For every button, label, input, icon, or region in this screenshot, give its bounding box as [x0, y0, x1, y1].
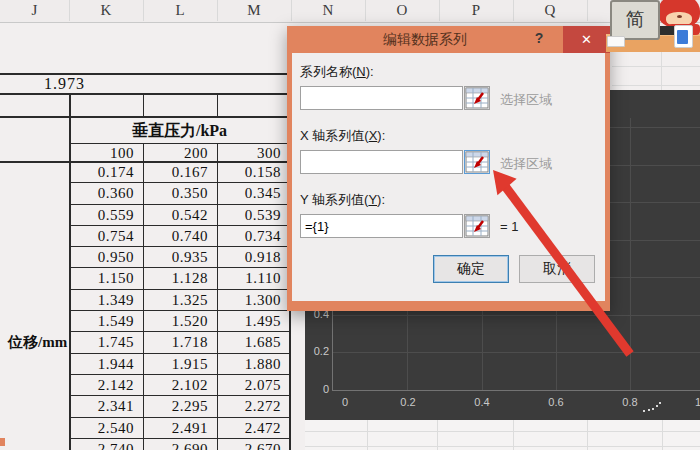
column-separator: [439, 0, 440, 21]
x-values-input[interactable]: [300, 150, 463, 174]
help-button[interactable]: ?: [530, 30, 548, 46]
series-name-range-selector-icon[interactable]: [464, 86, 490, 110]
x-axis-tick-label: 0.4: [474, 396, 489, 408]
y-values-input[interactable]: [300, 214, 463, 238]
table-row: 2.3412.2952.272: [69, 396, 290, 417]
table-cell[interactable]: 1.915: [143, 354, 217, 374]
y-values-label: Y 轴系列值(Y):: [300, 191, 385, 209]
table-cell[interactable]: 0.345: [217, 183, 290, 203]
table-cell[interactable]: 1.718: [143, 332, 217, 352]
x-axis-tick-label: 0.2: [400, 396, 415, 408]
table-border: [143, 93, 144, 116]
cartoon-monitor: 简: [610, 0, 660, 40]
ok-button[interactable]: 确定: [433, 255, 509, 283]
column-header-Q[interactable]: Q: [545, 2, 556, 19]
x-axis-tick-label: 0: [342, 396, 348, 408]
table-cell[interactable]: 0.158: [217, 162, 290, 182]
table-cell[interactable]: 1.880: [217, 354, 290, 374]
column-header-L[interactable]: L: [175, 2, 184, 19]
sheet-gridline: [661, 48, 662, 90]
table-cell[interactable]: 2.670: [217, 439, 290, 450]
column-separator: [291, 0, 292, 21]
table-cell[interactable]: 1.110: [217, 268, 290, 288]
table-row: 0.3600.3500.345: [69, 183, 290, 204]
table-cell[interactable]: 1.325: [143, 290, 217, 310]
column-header-M[interactable]: M: [247, 2, 260, 19]
table-cell[interactable]: 0.740: [143, 226, 217, 246]
table-cell[interactable]: 0.350: [143, 183, 217, 203]
table-row-label[interactable]: 位移/mm: [8, 333, 67, 352]
table-cell[interactable]: 0.167: [143, 162, 217, 182]
column-separator: [217, 0, 218, 21]
table-cell[interactable]: 1.128: [143, 268, 217, 288]
table-cell[interactable]: 2.295: [143, 396, 217, 416]
column-header-N[interactable]: N: [323, 2, 334, 19]
edit-data-series-dialog: 编辑数据系列 ? ✕ 系列名称(N): 选择区域 X 轴系列值(X): 选择区域…: [287, 26, 610, 311]
x-axis-tick-label: 1: [695, 396, 700, 408]
pressure-cell[interactable]: 200: [143, 144, 217, 162]
x-axis-tick-label: 0.8: [622, 396, 637, 408]
column-separator: [143, 0, 144, 21]
cell-value-1973[interactable]: 1.973: [44, 75, 85, 93]
table-row: 2.7402.6902.670: [69, 439, 290, 450]
table-cell[interactable]: 1.495: [217, 311, 290, 331]
column-separator: [365, 0, 366, 21]
column-header-P[interactable]: P: [472, 2, 480, 19]
x-values-label: X 轴系列值(X):: [300, 127, 385, 145]
cancel-button[interactable]: 取消: [519, 255, 595, 283]
table-cell[interactable]: 2.272: [217, 396, 290, 416]
table-cell[interactable]: 0.754: [69, 226, 143, 246]
table-cell[interactable]: 1.745: [69, 332, 143, 352]
column-header-row: JKLMNOPQ: [0, 0, 700, 23]
cartoon-character-mouth: [677, 15, 682, 18]
table-cell[interactable]: 2.740: [69, 439, 143, 450]
table-cell[interactable]: 2.075: [217, 375, 290, 395]
column-header-O[interactable]: O: [397, 2, 408, 19]
table-cell[interactable]: 1.300: [217, 290, 290, 310]
table-cell[interactable]: 2.341: [69, 396, 143, 416]
table-cell[interactable]: 0.559: [69, 205, 143, 225]
table-cell[interactable]: 0.935: [143, 247, 217, 267]
table-cell[interactable]: 1.685: [217, 332, 290, 352]
column-separator: [69, 0, 70, 21]
table-merged-header[interactable]: 垂直压力/kPa: [69, 121, 290, 142]
table-cell[interactable]: 2.102: [143, 375, 217, 395]
chart-x-axis-line: [332, 390, 700, 391]
sheet-strip-below-chart: [305, 420, 700, 450]
series-name-input[interactable]: [300, 86, 463, 110]
table-cell[interactable]: 2.491: [143, 418, 217, 438]
table-cell[interactable]: 0.360: [69, 183, 143, 203]
table-cell[interactable]: 1.349: [69, 290, 143, 310]
table-cell[interactable]: 0.542: [143, 205, 217, 225]
select-range-hint: 选择区域: [500, 155, 552, 173]
table-cell[interactable]: 2.142: [69, 375, 143, 395]
table-cell[interactable]: 1.520: [143, 311, 217, 331]
table-border: [0, 93, 290, 95]
column-header-J[interactable]: J: [32, 2, 38, 19]
table-cell[interactable]: 2.690: [143, 439, 217, 450]
table-row: 0.7540.7400.734: [69, 226, 290, 247]
x-values-range-selector-icon[interactable]: [464, 150, 490, 174]
table-cell[interactable]: 2.472: [217, 418, 290, 438]
table-row: 1.5491.5201.495: [69, 311, 290, 332]
chart-gridline: [630, 118, 631, 390]
table-cell[interactable]: 1.150: [69, 268, 143, 288]
table-border: [0, 73, 290, 75]
table-cell[interactable]: 0.918: [217, 247, 290, 267]
table-cell[interactable]: 1.944: [69, 354, 143, 374]
sheet-gridline: [612, 66, 700, 67]
table-cell[interactable]: 2.540: [69, 418, 143, 438]
table-cell[interactable]: 0.174: [69, 162, 143, 182]
table-cell[interactable]: 0.734: [217, 226, 290, 246]
column-header-K[interactable]: K: [101, 2, 112, 19]
close-icon[interactable]: ✕: [563, 26, 610, 53]
table-cell[interactable]: 1.549: [69, 311, 143, 331]
pressure-cell[interactable]: 300: [217, 144, 290, 162]
table-cell[interactable]: 0.539: [217, 205, 290, 225]
select-range-hint: 选择区域: [500, 91, 552, 109]
chart-gridline: [332, 352, 700, 353]
pressure-cell[interactable]: 100: [69, 144, 143, 162]
table-row: 0.9500.9350.918: [69, 247, 290, 268]
y-values-range-selector-icon[interactable]: [464, 214, 490, 238]
table-cell[interactable]: 0.950: [69, 247, 143, 267]
